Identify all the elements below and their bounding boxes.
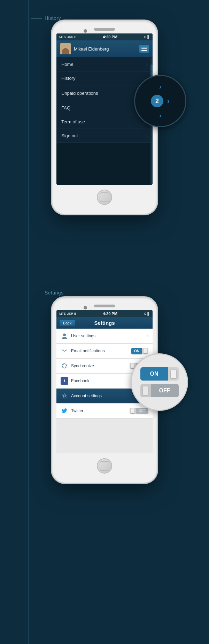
toggle-handle — [142, 348, 148, 354]
magnify-circle-2: ON OFF — [131, 353, 188, 411]
email-left: Email notifications — [61, 347, 105, 355]
magnify-big-chevron: › — [167, 96, 170, 106]
magnify-off-dot — [143, 386, 148, 395]
menu-label-history: History — [61, 76, 75, 81]
settings-title: Settings — [94, 320, 115, 326]
facebook-icon: f — [61, 377, 68, 385]
menu-list: Home › History › Unpaid operations 2 › F… — [56, 58, 153, 185]
phone-1-speaker — [94, 28, 115, 31]
magnify-off-handle — [140, 384, 151, 397]
menu-label-unpaid: Unpaid operations — [61, 91, 98, 96]
settings-item-user[interactable]: User settings › — [56, 329, 153, 344]
hamburger-icon[interactable] — [139, 45, 149, 53]
sync-left: Synchronize — [61, 362, 94, 370]
settings-item-twitter[interactable]: Twitter OFF — [56, 404, 153, 419]
user-name: Mikael Eidenberg — [74, 46, 139, 52]
menu-label-faq: FAQ — [61, 105, 70, 110]
home-button-2[interactable] — [97, 458, 112, 474]
battery-2: ⊙ ▌ — [144, 312, 150, 315]
time-1: 4:20 PM — [103, 35, 117, 39]
phone-2-camera — [84, 306, 87, 309]
user-settings-left: User settings — [61, 332, 95, 340]
svg-point-0 — [63, 334, 66, 336]
avatar-body — [62, 48, 69, 54]
status-bar-1: MTS UKR E 4:20 PM ⊙ ▌ — [56, 33, 153, 40]
phone-1-body: MTS UKR E 4:20 PM ⊙ ▌ Mikael Eidenberg — [52, 21, 157, 214]
facebook-label: Facebook — [71, 378, 90, 383]
twitter-icon — [61, 407, 68, 415]
home-button-inner-2 — [100, 461, 109, 471]
chevron-signout: › — [146, 134, 148, 138]
history-label: History — [31, 15, 61, 21]
battery-1: ⊙ ▌ — [144, 35, 150, 39]
user-settings-label: User settings — [71, 334, 95, 338]
back-button[interactable]: Back — [59, 320, 75, 327]
menu-item-terms[interactable]: Term of use › — [56, 115, 153, 129]
twitter-toggle-dot — [131, 408, 134, 413]
magnify-on-handle — [168, 367, 179, 381]
twitter-toggle-handle — [130, 408, 136, 414]
menu-label-terms: Term of use — [61, 119, 85, 124]
time-2: 4:20 PM — [103, 312, 117, 316]
user-avatar — [60, 43, 71, 54]
carrier-1: MTS UKR E — [59, 35, 76, 39]
menu-label-home: Home — [61, 62, 73, 67]
magnify-bottom-chevron: › — [159, 112, 162, 120]
email-label: Email notifications — [71, 348, 105, 353]
facebook-left: f Facebook — [61, 377, 90, 385]
magnify-on-toggle: ON — [140, 367, 179, 381]
menu-header: Mikael Eidenberg — [56, 40, 153, 58]
account-left: Account settings — [61, 392, 102, 400]
phone-1-camera — [84, 29, 87, 33]
magnify-badge: 2 — [151, 95, 163, 107]
settings-empty — [56, 419, 153, 453]
phone-2-speaker — [94, 305, 115, 307]
gear-icon — [61, 392, 68, 400]
settings-label-text: Settings — [45, 290, 64, 296]
menu-item-history[interactable]: History › — [56, 71, 153, 85]
svg-marker-2 — [62, 364, 64, 365]
status-bar-2: MTS UKR E 4:20 PM ⊙ ▌ — [56, 310, 153, 317]
menu-line-1 — [141, 47, 147, 47]
settings-header: Back Settings — [56, 317, 153, 329]
magnify-top-chevron: › — [159, 83, 162, 91]
magnify-circle-1: › 2 › › — [134, 75, 186, 127]
magnify-off-label: OFF — [151, 384, 179, 397]
settings-label: Settings — [31, 290, 64, 296]
magnify-content-1: › 2 › › — [151, 83, 170, 120]
menu-item-signout[interactable]: Sign out › — [56, 129, 153, 143]
history-label-text: History — [45, 15, 61, 21]
toggle-dot — [144, 348, 147, 353]
phone-2: MTS UKR E 4:20 PM ⊙ ▌ Back Settings — [52, 298, 157, 483]
phone-2-body: MTS UKR E 4:20 PM ⊙ ▌ Back Settings — [52, 298, 157, 483]
settings-item-email[interactable]: Email notifications ON — [56, 344, 153, 359]
magnify-off-toggle: OFF — [140, 384, 179, 397]
menu-label-signout: Sign out — [61, 133, 78, 138]
menu-empty — [56, 143, 153, 185]
sync-icon — [61, 362, 68, 370]
twitter-toggle-off-label: OFF — [136, 408, 148, 414]
user-chevron: › — [147, 334, 148, 338]
svg-rect-1 — [62, 349, 67, 353]
chevron-home: › — [146, 62, 148, 67]
svg-point-4 — [63, 395, 65, 397]
menu-item-home[interactable]: Home › — [56, 58, 153, 71]
email-icon — [61, 347, 68, 355]
magnify-on-dot — [171, 370, 176, 378]
sync-label: Synchronize — [71, 363, 94, 368]
magnify-badge-wrap: 2 › — [151, 95, 170, 107]
menu-line-2 — [141, 48, 147, 49]
email-toggle[interactable]: ON — [131, 348, 148, 354]
person-icon — [61, 332, 68, 340]
carrier-2: MTS UKR E — [59, 312, 76, 315]
magnify-on-label: ON — [140, 367, 168, 381]
twitter-toggle[interactable]: OFF — [130, 408, 148, 414]
home-button-1[interactable] — [97, 190, 112, 205]
vertical-line — [28, 0, 29, 644]
toggle-on-label: ON — [131, 348, 142, 354]
sync-toggle-dot — [131, 363, 134, 368]
twitter-label: Twitter — [71, 408, 83, 413]
phone-1: MTS UKR E 4:20 PM ⊙ ▌ Mikael Eidenberg — [52, 21, 157, 214]
account-label: Account settings — [71, 393, 102, 398]
menu-line-3 — [141, 50, 147, 51]
